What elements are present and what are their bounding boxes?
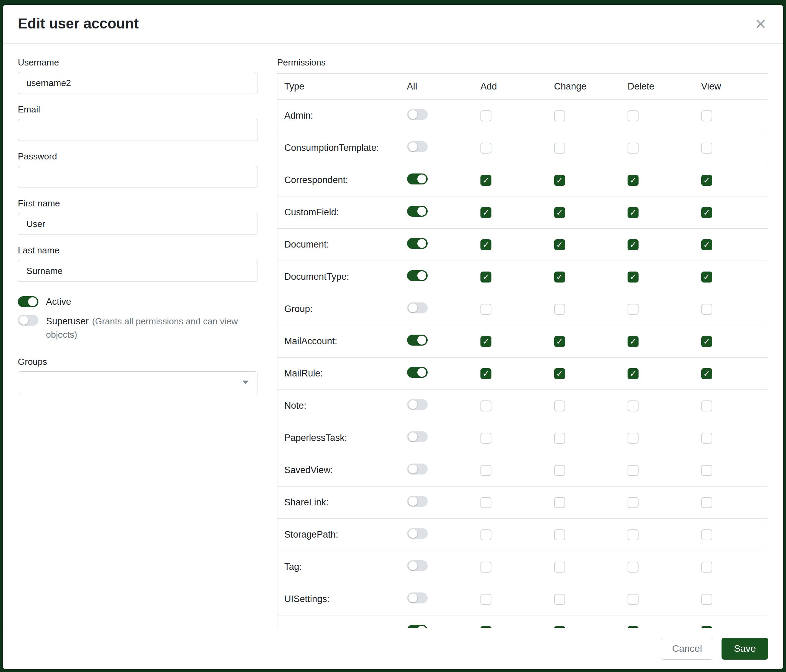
perm-add-checkbox[interactable]: [481, 368, 491, 379]
perm-view-checkbox[interactable]: [701, 110, 712, 121]
save-button[interactable]: Save: [722, 638, 768, 659]
perm-view-checkbox[interactable]: [701, 529, 712, 540]
perm-all-toggle[interactable]: [407, 528, 428, 539]
perm-delete-checkbox[interactable]: [627, 207, 638, 218]
perm-all-toggle[interactable]: [407, 173, 428, 184]
perm-view-checkbox[interactable]: [701, 336, 712, 347]
perm-delete-checkbox[interactable]: [627, 562, 638, 573]
perm-add-checkbox[interactable]: [481, 207, 491, 218]
perm-add-checkbox[interactable]: [481, 433, 491, 444]
perm-view-checkbox[interactable]: [701, 175, 712, 186]
perm-delete-checkbox[interactable]: [627, 304, 638, 315]
active-toggle[interactable]: [18, 296, 38, 307]
perm-all-toggle[interactable]: [407, 463, 428, 474]
perm-type-label: DocumentType:: [284, 272, 349, 282]
perm-delete-checkbox[interactable]: [627, 400, 638, 411]
perm-delete-checkbox[interactable]: [627, 143, 638, 154]
perm-all-toggle[interactable]: [407, 238, 428, 249]
perm-view-checkbox[interactable]: [701, 304, 712, 315]
perm-view-checkbox[interactable]: [701, 497, 712, 508]
toggle-knob: [19, 316, 28, 325]
perm-view-checkbox[interactable]: [701, 562, 712, 573]
perm-change-checkbox[interactable]: [554, 110, 565, 121]
perm-view-checkbox[interactable]: [701, 433, 712, 444]
perm-change-checkbox[interactable]: [554, 562, 565, 573]
perm-add-checkbox[interactable]: [481, 110, 491, 121]
perm-change-checkbox[interactable]: [554, 175, 565, 186]
perm-delete-checkbox[interactable]: [627, 368, 638, 379]
perm-all-toggle[interactable]: [407, 206, 428, 217]
perm-delete-checkbox[interactable]: [627, 465, 638, 476]
perm-add-checkbox[interactable]: [481, 626, 491, 628]
perm-all-toggle[interactable]: [407, 496, 428, 507]
perm-change-checkbox[interactable]: [554, 594, 565, 605]
perm-view-checkbox[interactable]: [701, 239, 712, 250]
perm-change-checkbox[interactable]: [554, 272, 565, 283]
perm-add-checkbox[interactable]: [481, 272, 491, 283]
permission-row: SavedView:: [277, 454, 768, 487]
perm-all-toggle[interactable]: [407, 334, 428, 345]
groups-select[interactable]: [18, 371, 258, 393]
perm-all-toggle[interactable]: [407, 302, 428, 313]
perm-all-toggle[interactable]: [407, 109, 428, 120]
perm-change-checkbox[interactable]: [554, 626, 565, 628]
perm-view-checkbox[interactable]: [701, 626, 712, 628]
perm-add-checkbox[interactable]: [481, 529, 491, 540]
perm-change-checkbox[interactable]: [554, 400, 565, 411]
perm-change-checkbox[interactable]: [554, 143, 565, 154]
last-name-input[interactable]: [18, 260, 258, 282]
perm-add-checkbox[interactable]: [481, 594, 491, 605]
perm-change-checkbox[interactable]: [554, 465, 565, 476]
perm-delete-checkbox[interactable]: [627, 529, 638, 540]
perm-delete-checkbox[interactable]: [627, 497, 638, 508]
perm-view-checkbox[interactable]: [701, 272, 712, 283]
perm-view-checkbox[interactable]: [701, 368, 712, 379]
perm-change-checkbox[interactable]: [554, 368, 565, 379]
perm-view-checkbox[interactable]: [701, 143, 712, 154]
perm-delete-checkbox[interactable]: [627, 594, 638, 605]
perm-change-checkbox[interactable]: [554, 497, 565, 508]
perm-add-checkbox[interactable]: [481, 239, 491, 250]
perm-add-checkbox[interactable]: [481, 465, 491, 476]
perm-all-toggle[interactable]: [407, 270, 428, 281]
perm-add-checkbox[interactable]: [481, 497, 491, 508]
superuser-toggle[interactable]: [18, 315, 38, 326]
perm-delete-checkbox[interactable]: [627, 272, 638, 283]
perm-change-checkbox[interactable]: [554, 239, 565, 250]
perm-delete-checkbox[interactable]: [627, 626, 638, 628]
perm-delete-checkbox[interactable]: [627, 239, 638, 250]
perm-change-checkbox[interactable]: [554, 304, 565, 315]
perm-view-checkbox[interactable]: [701, 400, 712, 411]
perm-change-checkbox[interactable]: [554, 336, 565, 347]
perm-view-checkbox[interactable]: [701, 465, 712, 476]
perm-all-toggle[interactable]: [407, 431, 428, 442]
perm-all-toggle[interactable]: [407, 625, 428, 628]
perm-all-toggle[interactable]: [407, 141, 428, 152]
username-input[interactable]: [18, 72, 258, 94]
perm-change-checkbox[interactable]: [554, 529, 565, 540]
permission-row: MailRule:: [277, 358, 768, 390]
perm-add-checkbox[interactable]: [481, 143, 491, 154]
perm-delete-checkbox[interactable]: [627, 175, 638, 186]
perm-all-toggle[interactable]: [407, 592, 428, 603]
perm-delete-checkbox[interactable]: [627, 336, 638, 347]
email-input[interactable]: [18, 119, 258, 141]
perm-change-checkbox[interactable]: [554, 207, 565, 218]
perm-add-checkbox[interactable]: [481, 304, 491, 315]
perm-add-checkbox[interactable]: [481, 336, 491, 347]
first-name-input[interactable]: [18, 213, 258, 235]
perm-delete-checkbox[interactable]: [627, 433, 638, 444]
perm-change-checkbox[interactable]: [554, 433, 565, 444]
password-input[interactable]: [18, 166, 258, 188]
perm-add-checkbox[interactable]: [481, 175, 491, 186]
perm-view-checkbox[interactable]: [701, 594, 712, 605]
perm-all-toggle[interactable]: [407, 560, 428, 571]
perm-all-toggle[interactable]: [407, 399, 428, 410]
perm-delete-checkbox[interactable]: [627, 110, 638, 121]
close-icon[interactable]: ✕: [753, 15, 768, 34]
perm-add-checkbox[interactable]: [481, 400, 491, 411]
perm-view-checkbox[interactable]: [701, 207, 712, 218]
cancel-button[interactable]: Cancel: [661, 638, 713, 659]
perm-all-toggle[interactable]: [407, 367, 428, 378]
perm-add-checkbox[interactable]: [481, 562, 491, 573]
